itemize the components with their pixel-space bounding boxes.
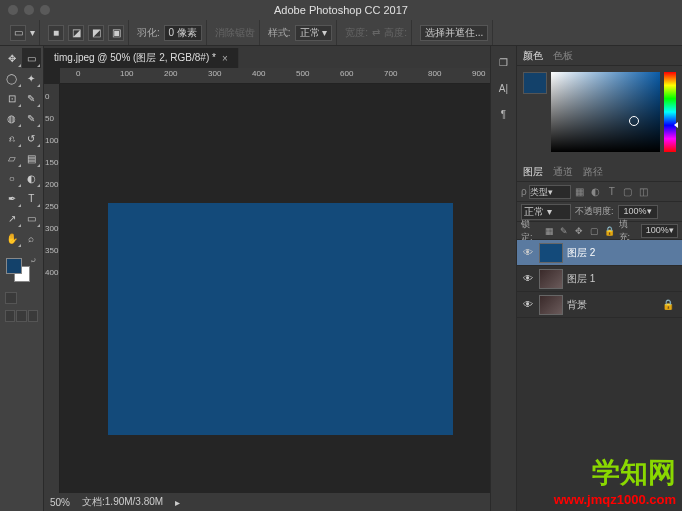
layer-item[interactable]: 👁 图层 1: [517, 266, 682, 292]
panel-dock: ❐ A| ¶: [490, 46, 516, 511]
fill-input[interactable]: 100%▾: [641, 224, 678, 238]
document-tab-title: timg.jpeg @ 50% (图层 2, RGB/8#) *: [54, 51, 216, 65]
canvas-content[interactable]: [108, 203, 453, 435]
tab-swatches[interactable]: 色板: [553, 49, 573, 63]
lasso-tool[interactable]: ◯: [2, 68, 22, 88]
feather-input[interactable]: [164, 25, 202, 41]
opacity-input[interactable]: 100%▾: [618, 205, 658, 219]
zoom-value[interactable]: 50%: [50, 497, 70, 508]
filter-type-icon[interactable]: T: [605, 185, 619, 199]
color-picker[interactable]: [551, 72, 660, 152]
crop-tool[interactable]: ⊡: [2, 88, 22, 108]
history-panel-icon[interactable]: ❐: [496, 54, 512, 70]
screenmode-button-3[interactable]: [28, 310, 38, 322]
tools-panel: ✥ ▭ ◯ ✦ ⊡ ✎ ◍ ✎ ⎌ ↺ ▱ ▤ ○ ◐ ✒ T: [0, 46, 44, 511]
gradient-tool[interactable]: ▤: [22, 148, 42, 168]
selection-subtract-icon[interactable]: ◩: [88, 25, 104, 41]
eraser-tool[interactable]: ▱: [2, 148, 22, 168]
selection-intersect-icon[interactable]: ▣: [108, 25, 124, 41]
tab-color[interactable]: 颜色: [523, 49, 543, 63]
shape-tool[interactable]: ▭: [22, 208, 42, 228]
tab-paths[interactable]: 路径: [583, 165, 603, 179]
select-mask-button[interactable]: 选择并遮住...: [420, 25, 488, 41]
tab-channels[interactable]: 通道: [553, 165, 573, 179]
dodge-tool[interactable]: ◐: [22, 168, 42, 188]
visibility-eye-icon[interactable]: 👁: [521, 299, 535, 310]
layer-thumbnail[interactable]: [539, 295, 563, 315]
screenmode-button-2[interactable]: [16, 310, 26, 322]
chevron-down-icon: ▾: [30, 27, 35, 38]
document-area: timg.jpeg @ 50% (图层 2, RGB/8#) * × 0 100…: [44, 46, 490, 511]
hue-slider[interactable]: [664, 72, 676, 152]
layers-panel-tabs: 图层 通道 路径: [517, 162, 682, 182]
wand-tool[interactable]: ✦: [22, 68, 42, 88]
layer-name[interactable]: 背景: [567, 298, 587, 312]
move-tool[interactable]: ✥: [2, 48, 22, 68]
stamp-tool[interactable]: ⎌: [2, 128, 22, 148]
heal-tool[interactable]: ◍: [2, 108, 22, 128]
layer-item[interactable]: 👁 图层 2: [517, 240, 682, 266]
visibility-eye-icon[interactable]: 👁: [521, 273, 535, 284]
color-panel-fg[interactable]: [523, 72, 547, 94]
status-text: 文档:1.90M/3.80M: [82, 495, 163, 509]
history-brush-tool[interactable]: ↺: [22, 128, 42, 148]
zoom-tool[interactable]: ⌕: [22, 228, 42, 248]
title-bar: Adobe Photoshop CC 2017: [0, 0, 682, 20]
color-panel-tabs: 颜色 色板: [517, 46, 682, 66]
color-swatches: ⤾: [2, 256, 41, 286]
path-select-tool[interactable]: ↗: [2, 208, 22, 228]
filter-type-select[interactable]: 类型▾: [529, 185, 571, 199]
layer-thumbnail[interactable]: [539, 269, 563, 289]
window-controls: [8, 5, 50, 15]
screenmode-button[interactable]: [5, 310, 15, 322]
style-select[interactable]: 正常 ▾: [295, 25, 333, 41]
filter-smart-icon[interactable]: ◫: [637, 185, 651, 199]
blur-tool[interactable]: ○: [2, 168, 22, 188]
minimize-window-button[interactable]: [24, 5, 34, 15]
tool-preset-picker[interactable]: ▭: [10, 25, 26, 41]
layer-item[interactable]: 👁 背景 🔒: [517, 292, 682, 318]
lock-position-icon[interactable]: ✥: [574, 225, 585, 237]
layer-thumbnail[interactable]: [539, 243, 563, 263]
style-label: 样式:: [268, 26, 291, 40]
pen-tool[interactable]: ✒: [2, 188, 22, 208]
type-tool[interactable]: T: [22, 188, 42, 208]
eyedropper-tool[interactable]: ✎: [22, 88, 42, 108]
lock-all-icon[interactable]: 🔒: [604, 225, 615, 237]
marquee-tool[interactable]: ▭: [22, 48, 42, 68]
options-bar: ▭ ▾ ■ ◪ ◩ ▣ 羽化: 消除锯齿 样式: 正常 ▾ 宽度: ⇄ 高度: …: [0, 20, 682, 46]
layer-list: 👁 图层 2 👁 图层 1 👁 背景 🔒: [517, 240, 682, 511]
lock-artboard-icon[interactable]: ▢: [589, 225, 600, 237]
hand-tool[interactable]: ✋: [2, 228, 22, 248]
close-tab-icon[interactable]: ×: [222, 53, 228, 64]
status-bar: 50% 文档:1.90M/3.80M ▸: [44, 493, 490, 511]
layer-blend-row: 正常 ▾ 不透明度: 100%▾: [517, 202, 682, 222]
layer-lock-row: 锁定: ▦ ✎ ✥ ▢ 🔒 填充: 100%▾: [517, 222, 682, 240]
filter-pixel-icon[interactable]: ▦: [573, 185, 587, 199]
close-window-button[interactable]: [8, 5, 18, 15]
visibility-eye-icon[interactable]: 👁: [521, 247, 535, 258]
filter-adjust-icon[interactable]: ◐: [589, 185, 603, 199]
layer-name[interactable]: 图层 1: [567, 272, 595, 286]
tab-layers[interactable]: 图层: [523, 165, 543, 179]
filter-search-icon[interactable]: ρ: [521, 186, 527, 197]
selection-add-icon[interactable]: ◪: [68, 25, 84, 41]
filter-shape-icon[interactable]: ▢: [621, 185, 635, 199]
canvas-viewport[interactable]: [60, 84, 490, 493]
paragraph-panel-icon[interactable]: ¶: [496, 106, 512, 122]
lock-transparent-icon[interactable]: ▦: [544, 225, 555, 237]
maximize-window-button[interactable]: [40, 5, 50, 15]
selection-new-icon[interactable]: ■: [48, 25, 64, 41]
height-label: 高度:: [384, 26, 407, 40]
lock-image-icon[interactable]: ✎: [559, 225, 570, 237]
foreground-color[interactable]: [6, 258, 22, 274]
hue-cursor-icon: [674, 122, 678, 128]
status-chevron-icon[interactable]: ▸: [175, 497, 180, 508]
layer-name[interactable]: 图层 2: [567, 246, 595, 260]
quickmask-toggle[interactable]: [5, 292, 17, 304]
brush-tool[interactable]: ✎: [22, 108, 42, 128]
document-tab[interactable]: timg.jpeg @ 50% (图层 2, RGB/8#) * ×: [44, 48, 239, 68]
swap-colors-icon[interactable]: ⤾: [30, 256, 37, 265]
layers-panel: ρ 类型▾ ▦ ◐ T ▢ ◫ 正常 ▾ 不透明度: 100%▾ 锁定: ▦ ✎…: [517, 182, 682, 511]
character-panel-icon[interactable]: A|: [496, 80, 512, 96]
